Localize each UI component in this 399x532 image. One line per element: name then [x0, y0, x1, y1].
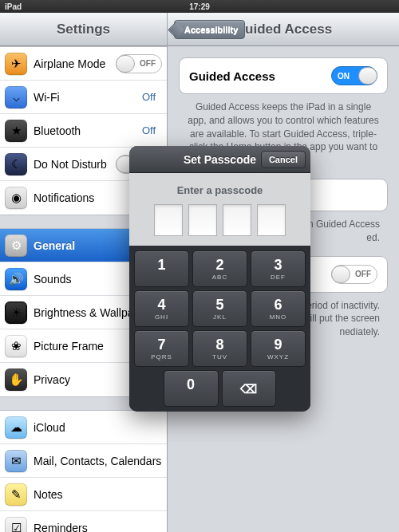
cancel-button-label: Cancel: [269, 155, 298, 164]
passcode-prompt-text: Enter a passcode: [129, 184, 310, 196]
passcode-boxes: [129, 204, 310, 236]
keypad-key-8[interactable]: 8TUV: [192, 330, 247, 367]
passcode-digit-4: [257, 204, 286, 236]
keypad-backspace[interactable]: ⌫: [222, 370, 277, 407]
passcode-digit-2: [188, 204, 217, 236]
keypad-key-4[interactable]: 4GHI: [134, 290, 189, 327]
cancel-button[interactable]: Cancel: [261, 151, 306, 168]
passcode-digit-1: [154, 204, 183, 236]
passcode-prompt: Enter a passcode: [129, 173, 310, 246]
keypad-key-7[interactable]: 7PQRS: [134, 330, 189, 367]
numeric-keypad: 12ABC3DEF4GHI5JKL6MNO7PQRS8TUV9WXYZ0⌫: [129, 246, 310, 412]
set-passcode-modal: Set Passcode Cancel Enter a passcode 12A…: [129, 146, 310, 412]
modal-header: Set Passcode Cancel: [129, 146, 310, 173]
modal-title: Set Passcode: [184, 153, 256, 166]
keypad-key-9[interactable]: 9WXYZ: [251, 330, 306, 367]
keypad-key-0[interactable]: 0: [164, 370, 219, 407]
keypad-key-1[interactable]: 1: [134, 250, 189, 287]
keypad-key-5[interactable]: 5JKL: [192, 290, 247, 327]
keypad-key-6[interactable]: 6MNO: [251, 290, 306, 327]
passcode-digit-3: [223, 204, 251, 236]
keypad-key-2[interactable]: 2ABC: [192, 250, 247, 287]
keypad-key-3[interactable]: 3DEF: [251, 250, 306, 287]
